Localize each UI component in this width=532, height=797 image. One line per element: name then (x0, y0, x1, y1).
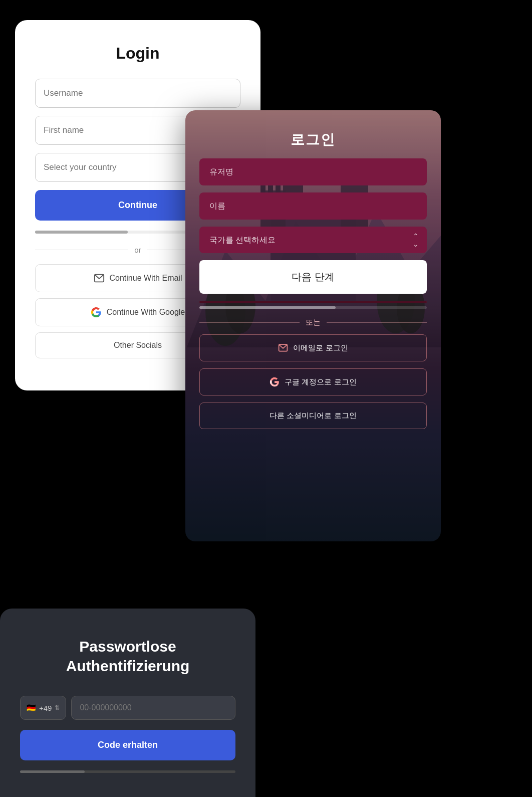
fantasy-username-input[interactable] (199, 158, 427, 185)
or-line-left (35, 250, 128, 251)
progress-fill (35, 231, 128, 234)
fantasy-country-select-wrap: 국가를 선택하세요 ⌃⌄ (199, 227, 427, 253)
fantasy-google-icon (270, 377, 280, 387)
fantasy-or-divider: 또는 (199, 318, 427, 327)
white-card-title: Login (35, 44, 240, 63)
fantasy-or-text: 또는 (306, 318, 321, 327)
dark-title-line2: Authentifizierung (66, 658, 190, 674)
fantasy-progress-bars (199, 301, 427, 309)
other-btn-label: Other Socials (114, 341, 162, 350)
germany-flag-icon: 🇩🇪 (27, 703, 36, 712)
dark-progress-fill (20, 770, 85, 773)
fantasy-mail-icon (278, 343, 288, 353)
fantasy-email-button[interactable]: 이메일로 로그인 (199, 334, 427, 361)
progress-fill-2 (199, 306, 336, 309)
fantasy-card-title: 로그인 (291, 130, 336, 149)
username-input[interactable] (35, 79, 240, 108)
progress-bar-2 (199, 306, 427, 309)
google-icon (91, 307, 102, 318)
or-text: or (134, 246, 141, 254)
fantasy-or-line-right (327, 322, 427, 323)
dark-login-card: Passwortlose Authentifizierung 🇩🇪 +49 ⇅ … (0, 609, 255, 797)
fantasy-country-select[interactable]: 국가를 선택하세요 (199, 227, 427, 253)
fantasy-login-card: 로그인 국가를 선택하세요 ⌃⌄ 다음 단계 또는 (185, 110, 441, 541)
phone-row: 🇩🇪 +49 ⇅ (20, 696, 235, 720)
google-btn-label: Continue With Google (107, 308, 185, 317)
fantasy-next-button[interactable]: 다음 단계 (199, 260, 427, 294)
fantasy-google-btn-label: 구글 계정으로 로그인 (285, 377, 356, 387)
country-code-select[interactable]: 🇩🇪 +49 ⇅ (20, 696, 66, 720)
fantasy-email-btn-label: 이메일로 로그인 (293, 343, 348, 353)
get-code-button[interactable]: Code erhalten (20, 730, 235, 760)
fantasy-other-btn-label: 다른 소셜미디어로 로그인 (270, 411, 356, 421)
fantasy-or-line-left (199, 322, 300, 323)
mail-icon (94, 273, 105, 284)
fantasy-firstname-input[interactable] (199, 192, 427, 220)
country-code-value: +49 (39, 704, 52, 712)
fantasy-form-content: 로그인 국가를 선택하세요 ⌃⌄ 다음 단계 또는 (185, 110, 441, 445)
email-btn-label: Continue With Email (110, 274, 182, 283)
dark-card-title: Passwortlose Authentifizierung (20, 637, 235, 676)
fantasy-google-button[interactable]: 구글 계정으로 로그인 (199, 368, 427, 395)
progress-bar-1 (199, 301, 427, 303)
phone-number-input[interactable] (71, 696, 235, 720)
progress-fill-1 (199, 301, 427, 303)
chevron-updown-icon: ⇅ (55, 704, 60, 711)
fantasy-other-button[interactable]: 다른 소셜미디어로 로그인 (199, 403, 427, 429)
dark-progress-bar (20, 770, 235, 773)
dark-title-line1: Passwortlose (79, 638, 176, 655)
